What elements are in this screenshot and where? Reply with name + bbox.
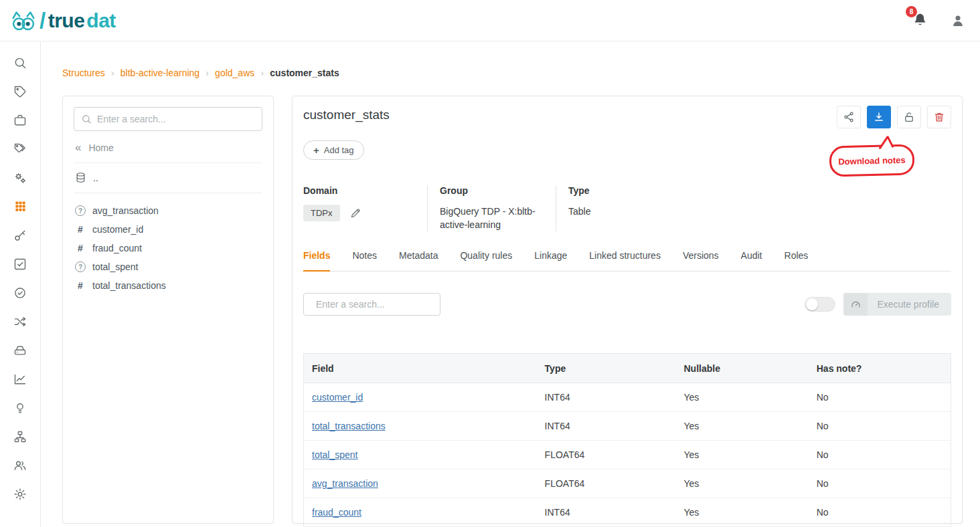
breadcrumb-link-structures[interactable]: Structures bbox=[62, 68, 105, 78]
tag-icon bbox=[13, 85, 27, 98]
check-square-icon bbox=[13, 257, 27, 271]
rail-item-key[interactable] bbox=[0, 221, 41, 249]
breadcrumb-link-system[interactable]: bltb-active-learning bbox=[120, 68, 199, 78]
home-nav[interactable]: « Home bbox=[74, 142, 262, 163]
field-link-total-spent[interactable]: total_spent bbox=[312, 449, 358, 460]
pencil-icon bbox=[350, 207, 361, 219]
database-icon bbox=[75, 172, 86, 183]
cell-type: FLOAT64 bbox=[537, 441, 676, 469]
rail-item-quality[interactable] bbox=[0, 278, 41, 307]
tab-linkage[interactable]: Linkage bbox=[534, 250, 567, 271]
rail-item-shuffle[interactable] bbox=[0, 307, 41, 336]
hash-icon: # bbox=[75, 243, 86, 253]
cell-has-note: No bbox=[809, 469, 951, 498]
question-circle-icon: ? bbox=[75, 261, 86, 272]
breadcrumb-link-group[interactable]: gold_aws bbox=[215, 68, 254, 78]
fields-search bbox=[303, 293, 440, 316]
detail-tabs: Fields Notes Metadata Quality rules Link… bbox=[303, 250, 951, 272]
field-item-customer-id[interactable]: # customer_id bbox=[74, 220, 262, 239]
rail-item-drive[interactable] bbox=[0, 336, 41, 364]
page-title: customer_stats bbox=[303, 106, 390, 124]
execute-profile-button[interactable]: Execute profile bbox=[843, 293, 951, 316]
breadcrumb-separator: › bbox=[206, 67, 209, 78]
cell-nullable: Yes bbox=[676, 469, 809, 498]
rail-item-chart[interactable] bbox=[0, 364, 41, 393]
rail-item-tags[interactable] bbox=[0, 134, 41, 163]
field-item-avg-transaction[interactable]: ? avg_transaction bbox=[74, 201, 262, 220]
field-item-fraud-count[interactable]: # fraud_count bbox=[74, 239, 262, 257]
field-item-label: total_transactions bbox=[92, 280, 166, 291]
table-row: total_transactions INT64 Yes No bbox=[304, 412, 951, 441]
key-icon bbox=[13, 229, 27, 242]
unlock-icon bbox=[903, 111, 915, 123]
rail-item-tag[interactable] bbox=[0, 77, 41, 106]
tab-quality-rules[interactable]: Quality rules bbox=[460, 250, 512, 271]
hash-icon: # bbox=[75, 224, 86, 235]
profile-gauge-icon bbox=[843, 293, 868, 316]
logo-word-true: true bbox=[48, 11, 85, 31]
search-icon bbox=[81, 114, 92, 124]
parent-structure[interactable]: .. bbox=[74, 163, 262, 193]
rail-item-lightbulb[interactable] bbox=[0, 393, 41, 422]
cell-has-note: No bbox=[809, 441, 951, 469]
tab-versions[interactable]: Versions bbox=[683, 250, 719, 271]
field-link-customer-id[interactable]: customer_id bbox=[312, 392, 363, 403]
cell-nullable: Yes bbox=[676, 412, 809, 441]
fields-toolbar: Execute profile bbox=[303, 293, 951, 316]
header-nullable: Nullable bbox=[676, 354, 809, 383]
tab-metadata[interactable]: Metadata bbox=[399, 250, 438, 271]
share-button[interactable] bbox=[837, 106, 861, 128]
breadcrumb-separator: › bbox=[260, 67, 264, 78]
drive-icon bbox=[13, 344, 27, 357]
field-item-label: total_spent bbox=[92, 261, 139, 272]
sitemap-icon bbox=[13, 430, 27, 443]
user-menu-button[interactable] bbox=[951, 13, 965, 28]
tab-fields[interactable]: Fields bbox=[303, 250, 330, 272]
field-link-fraud-count[interactable]: fraud_count bbox=[312, 507, 361, 518]
field-item-label: customer_id bbox=[92, 224, 143, 235]
rail-item-users[interactable] bbox=[0, 451, 41, 480]
field-item-total-spent[interactable]: ? total_spent bbox=[74, 257, 262, 276]
field-link-total-transactions[interactable]: total_transactions bbox=[312, 421, 386, 431]
toggle-knob bbox=[806, 298, 818, 310]
field-item-total-transactions[interactable]: # total_transactions bbox=[74, 276, 262, 295]
cell-nullable: Yes bbox=[676, 498, 809, 527]
tab-audit[interactable]: Audit bbox=[741, 250, 762, 271]
fields-search-input[interactable] bbox=[316, 299, 437, 310]
rail-item-check-square[interactable] bbox=[0, 249, 41, 278]
delete-button[interactable] bbox=[927, 106, 951, 128]
rail-item-cogs[interactable] bbox=[0, 163, 41, 192]
table-row: fraud_count INT64 Yes No bbox=[304, 498, 951, 527]
rail-item-sitemap[interactable] bbox=[0, 422, 41, 451]
cell-nullable: Yes bbox=[676, 383, 809, 412]
table-row: customer_id INT64 Yes No bbox=[304, 383, 951, 412]
profile-toggle[interactable] bbox=[805, 297, 835, 312]
tab-notes[interactable]: Notes bbox=[352, 250, 377, 271]
cogs-icon bbox=[13, 171, 27, 185]
field-link-avg-transaction[interactable]: avg_transaction bbox=[312, 478, 378, 489]
domain-chip: TDPx bbox=[303, 205, 340, 221]
unlock-button[interactable] bbox=[897, 106, 921, 128]
shuffle-icon bbox=[13, 315, 27, 328]
circle-check-icon bbox=[13, 286, 27, 300]
gear-icon bbox=[13, 488, 27, 501]
tab-linked-structures[interactable]: Linked structures bbox=[589, 250, 661, 271]
question-circle-icon: ? bbox=[75, 205, 86, 216]
truedat-logo[interactable]: / true dat bbox=[9, 9, 116, 33]
edit-domain-button[interactable] bbox=[350, 207, 361, 219]
rail-item-briefcase[interactable] bbox=[0, 106, 41, 134]
download-notes-button[interactable] bbox=[867, 106, 891, 128]
left-search-input[interactable] bbox=[97, 114, 255, 124]
cell-has-note: No bbox=[809, 412, 951, 441]
cell-type: INT64 bbox=[537, 498, 676, 527]
fields-table: Field Type Nullable Has note? customer_i… bbox=[303, 353, 951, 527]
notifications-button[interactable]: 8 bbox=[912, 12, 928, 29]
cell-type: FLOAT64 bbox=[537, 469, 676, 498]
tab-roles[interactable]: Roles bbox=[785, 250, 809, 271]
cell-type: INT64 bbox=[537, 412, 676, 441]
rail-item-structures[interactable] bbox=[0, 192, 41, 221]
header-has-note: Has note? bbox=[809, 354, 951, 383]
add-tag-button[interactable]: + Add tag bbox=[303, 140, 364, 160]
rail-item-search[interactable] bbox=[0, 48, 41, 77]
rail-item-settings[interactable] bbox=[0, 480, 41, 508]
